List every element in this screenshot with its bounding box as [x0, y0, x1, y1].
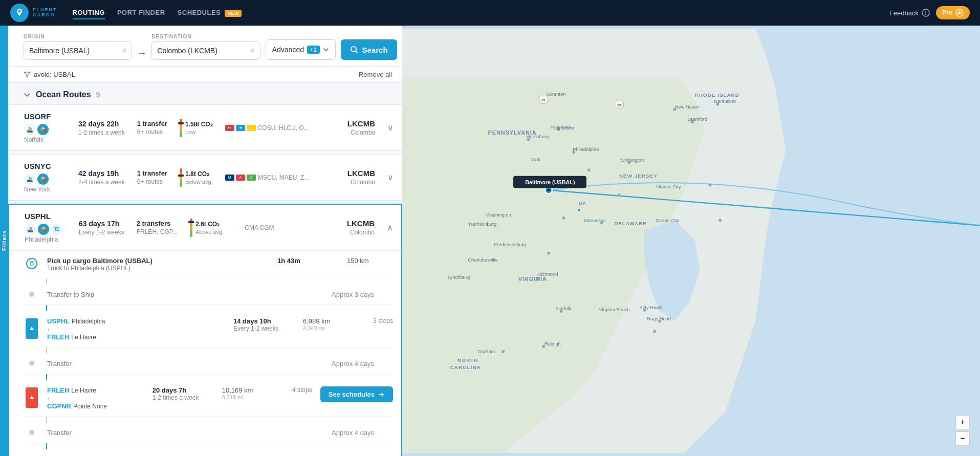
svg-point-21 — [502, 350, 505, 353]
step-icon-pickup — [26, 258, 37, 269]
detail-step-usphl-frleh: USPHL Philadelphia ↓ FRLEH Le Havre 14 d… — [25, 311, 393, 348]
destination-clear-button[interactable]: × — [250, 46, 254, 55]
svg-text:CAROLINA: CAROLINA — [450, 364, 481, 370]
co2-usnyc: 1.8t CO₂ Below avg. — [180, 168, 213, 187]
origin-port-usorf: USORF 🚢 📦 Norfolk — [24, 112, 70, 143]
svg-text:Fredericksburg: Fredericksburg — [494, 242, 526, 247]
main-container: Filters ORIGIN × → DESTINATION × Adv — [0, 26, 980, 456]
nav-routing[interactable]: ROUTING — [73, 7, 105, 19]
logo[interactable]: FLUENT CARGO — [10, 4, 57, 22]
transport-icon-3: 🏗 — [51, 224, 62, 235]
filters-sidebar[interactable]: Filters — [0, 26, 8, 456]
expand-usorf[interactable]: ∨ — [387, 123, 394, 133]
svg-text:Richmond: Richmond — [536, 272, 558, 277]
feedback-button[interactable]: Feedback — [889, 9, 930, 17]
section-title: Ocean Routes — [36, 90, 91, 99]
step-dot-transfer3 — [29, 430, 34, 435]
port-icon-frleh — [26, 387, 38, 408]
pro-button[interactable]: Pro — [936, 6, 970, 19]
destination-input[interactable] — [157, 47, 247, 55]
detail-step-transfer2: Transfer Approx 4 days — [25, 354, 393, 374]
filter-tag: avoid: USBAL — [24, 71, 75, 78]
transport-icons-usphl: 🚢 📦 🏗 — [25, 224, 71, 235]
svg-text:Baltimore (USBAL): Baltimore (USBAL) — [525, 179, 575, 185]
zoom-in-button[interactable]: + — [955, 415, 970, 429]
svg-text:NORTH: NORTH — [458, 357, 478, 363]
schedules-badge: NEW — [225, 10, 242, 17]
section-header: Ocean Routes 9 — [8, 83, 402, 104]
svg-text:95: 95 — [617, 103, 621, 107]
svg-text:Kitty Hawk: Kitty Hawk — [639, 305, 662, 310]
route-time-usphl: 63 days 17h Every 1-2 weeks — [79, 220, 124, 236]
svg-point-29 — [653, 330, 656, 333]
dest-port-usphl: LKCMB Colombo — [329, 219, 375, 236]
transfer-desc1: Transfer to Ship — [47, 291, 323, 298]
arrow-separator: → — [137, 48, 146, 59]
connector-1 — [25, 278, 393, 285]
pickup-desc-line1: Pick up cargo Baltimore (USBAL) — [47, 257, 269, 265]
detail-step-frleh-cgpnr: FRLEH Le Havre ↓ CGPNR Pointe Noire 20 d… — [25, 380, 393, 417]
svg-text:Harrisonburg: Harrisonburg — [469, 222, 496, 227]
logo-sub: CARGO — [33, 13, 57, 18]
origin-clear-button[interactable]: × — [122, 46, 126, 55]
svg-point-17 — [547, 252, 550, 255]
svg-text:MA: MA — [579, 201, 586, 206]
transport-icon-1: 🚢 — [25, 224, 36, 235]
svg-text:Harrisburg: Harrisburg — [527, 134, 549, 139]
svg-point-1 — [18, 10, 21, 13]
see-schedules-button[interactable]: See schedules — [320, 386, 393, 402]
route-mid-usorf: 32 days 22h 1-2 times a week 1 transfer … — [78, 119, 321, 137]
route-card-usorf[interactable]: USORF 🚢 📦 Norfolk 32 days 22h 1-2 times … — [8, 104, 402, 151]
pickup-desc-line2: Truck to Philadelphia (USPHL) — [47, 265, 269, 272]
svg-point-23 — [587, 168, 591, 171]
transfer-desc2: Transfer — [47, 360, 323, 367]
navbar: FLUENT CARGO ROUTING PORT FINDER SCHEDUL… — [0, 0, 980, 26]
nav-schedules[interactable]: SCHEDULES NEW — [178, 7, 242, 19]
origin-port-usnyc: USNYC 🚢 📦 New York — [24, 162, 70, 193]
route-summary-usnyc: USNYC 🚢 📦 New York 42 days 19h 2-4 times… — [9, 155, 402, 200]
advanced-button[interactable]: Advanced +1 — [266, 39, 336, 60]
destination-input-wrap[interactable]: × — [151, 41, 260, 60]
carriers-usphl: — CMA CGM — [236, 224, 274, 231]
expand-usphl[interactable]: ∧ — [387, 223, 393, 232]
transport-ship-icon: 🚢 — [24, 124, 35, 135]
svg-point-25 — [618, 193, 621, 197]
svg-text:York: York — [531, 157, 540, 162]
step-dot-transfer2 — [29, 361, 34, 366]
left-panel: ORIGIN × → DESTINATION × Advanced +1 — [8, 26, 402, 456]
dest-port-usorf: LKCMB Colombo — [329, 119, 375, 136]
route-detail-usphl: Pick up cargo Baltimore (USBAL) Truck to… — [9, 250, 401, 456]
svg-text:Lancaster: Lancaster — [554, 125, 575, 131]
transport-icon-2: 📦 — [38, 224, 49, 235]
origin-input-wrap[interactable]: × — [24, 41, 132, 60]
svg-text:DELAWARE: DELAWARE — [614, 221, 647, 226]
origin-field-group: ORIGIN × — [24, 34, 132, 60]
zoom-out-button[interactable]: − — [955, 431, 970, 446]
search-button[interactable]: Search — [341, 39, 397, 60]
expand-usnyc[interactable]: ∨ — [387, 172, 394, 182]
transport-container-icon: 📦 — [37, 124, 49, 135]
map-panel: Baltimore (USBAL) — [402, 26, 980, 456]
co2-usphl: 2.6t CO₂ Above avg. — [190, 219, 224, 237]
route-card-usphl[interactable]: USPHL 🚢 📦 🏗 Philadelphia 63 days 17h Eve… — [8, 204, 402, 456]
nav-port-finder[interactable]: PORT FINDER — [117, 7, 165, 19]
filter-bar: avoid: USBAL Remove all — [8, 67, 402, 83]
origin-input[interactable] — [29, 47, 119, 55]
route-card-usnyc[interactable]: USNYC 🚢 📦 New York 42 days 19h 2-4 times… — [8, 154, 402, 201]
transport-icons-usorf: 🚢 📦 — [24, 124, 70, 135]
route-mid-usphl: 63 days 17h Every 1-2 weeks 2 transfers … — [79, 219, 320, 237]
svg-text:Charlottesville: Charlottesville — [468, 257, 498, 263]
section-collapse-icon[interactable] — [24, 91, 31, 98]
route-time-usnyc: 42 days 19h 2-4 times a week — [78, 169, 125, 186]
destination-label: DESTINATION — [151, 34, 260, 39]
svg-text:Scranton: Scranton — [547, 92, 565, 97]
nav-items: ROUTING PORT FINDER SCHEDULES NEW — [73, 7, 242, 19]
detail-step-transfer3: Transfer Approx 4 days — [25, 423, 393, 443]
svg-text:RHODE ISLAND: RHODE ISLAND — [695, 92, 739, 98]
route-transfer-usorf: 1 transfer 6+ routes — [137, 120, 167, 136]
route-time-usorf: 32 days 22h 1-2 times a week — [78, 120, 125, 136]
svg-text:Atlantic City: Atlantic City — [656, 184, 681, 189]
remove-all-button[interactable]: Remove all — [359, 71, 392, 78]
route-mid-usnyc: 42 days 19h 2-4 times a week 1 transfer … — [78, 168, 321, 187]
carriers-usnyc: M A Z MSCU, MAEU, Z... — [225, 174, 310, 181]
